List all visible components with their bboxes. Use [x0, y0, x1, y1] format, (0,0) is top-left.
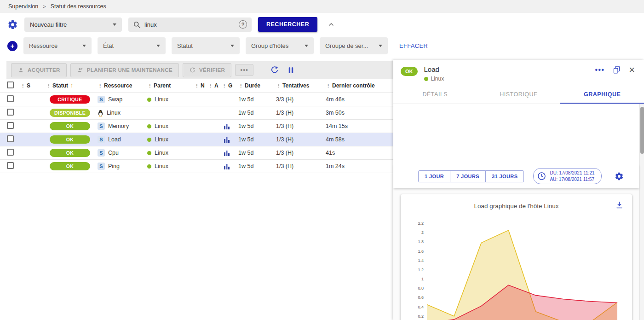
table-row-swap[interactable]: CRITIQUESSwapLinux1w 5d3/3 (H)4m 46s [0, 93, 393, 106]
criteria-chips: RessourceÉtatStatutGroup d'hôtesGroupe d… [23, 37, 388, 54]
breadcrumb-item-statut-des-ressources[interactable]: Statut des ressources [51, 3, 106, 10]
collapse-filters-icon[interactable] [328, 21, 335, 28]
parent-name[interactable]: Linux [155, 163, 168, 169]
graph-settings-gear-icon[interactable] [615, 172, 624, 181]
row-checkbox[interactable] [7, 135, 14, 142]
acknowledge-button[interactable]: ACQUITTER [11, 63, 67, 77]
graph-icon[interactable] [224, 163, 230, 169]
more-actions-icon[interactable]: ••• [235, 64, 253, 76]
parent-name[interactable]: Linux [155, 150, 168, 156]
search-button[interactable]: RECHERCHER [258, 17, 317, 32]
drag-handle-icon[interactable]: ⋮ [20, 83, 25, 89]
drag-handle-icon[interactable]: ⋮ [194, 83, 199, 89]
drag-handle-icon[interactable]: ⋮ [238, 83, 243, 89]
row-checkbox[interactable] [7, 109, 14, 116]
column-header-s[interactable]: ⋮S [20, 82, 46, 89]
column-header-dernier-contr-le[interactable]: ⋮Dernier contrôle [326, 82, 393, 89]
copy-link-icon[interactable] [613, 65, 621, 74]
drag-handle-icon[interactable]: ⋮ [326, 83, 331, 89]
panel-scrollbar[interactable] [639, 104, 644, 320]
table-header: ⋮S⋮Statut↑⋮Ressource⋮Parent⋮N⋮A⋮G⋮Durée⋮… [0, 79, 393, 93]
last-check-cell: 4m 46s [326, 96, 393, 103]
search-input[interactable] [144, 21, 235, 28]
table-row-linux[interactable]: DISPONIBLELinux1w 5d1/3 (H)3m 50s [0, 106, 393, 120]
column-header-n[interactable]: ⋮N [194, 82, 208, 89]
resource-name[interactable]: Ping [108, 163, 120, 169]
host-status-dot [147, 98, 151, 102]
drag-handle-icon[interactable]: ⋮ [147, 83, 152, 89]
resource-name[interactable]: Swap [108, 96, 122, 103]
row-checkbox[interactable] [7, 122, 14, 129]
filters-gear-icon[interactable] [7, 19, 18, 30]
row-checkbox[interactable] [7, 149, 14, 156]
table-row-cpu[interactable]: OKSCpuLinux1w 5d1/3 (H)41s [0, 146, 393, 160]
resources-list: ACQUITTER PLANIFIER UNE MAINTENANCE VÉRI… [0, 60, 393, 320]
parent-name[interactable]: Linux [155, 123, 168, 129]
panel-title: Load [424, 65, 444, 73]
drag-handle-icon[interactable]: ⋮ [98, 83, 103, 89]
clear-filters-link[interactable]: EFFACER [399, 42, 428, 49]
pause-icon[interactable] [287, 66, 295, 75]
panel-more-icon[interactable]: ••• [595, 66, 604, 74]
range-button-1-jour[interactable]: 1 JOUR [418, 170, 450, 182]
column-header-ressource[interactable]: ⋮Ressource [98, 82, 147, 89]
search-icon [133, 21, 141, 29]
select-all-checkbox[interactable] [7, 81, 14, 88]
drag-handle-icon[interactable]: ⋮ [46, 83, 51, 89]
drag-handle-icon[interactable]: ⋮ [208, 83, 213, 89]
resource-name[interactable]: Load [108, 136, 121, 143]
range-button-7-jours[interactable]: 7 JOURS [450, 170, 486, 182]
date-range-picker[interactable]: DU: 17/08/2021 11:21 AU: 17/08/2021 11:5… [533, 168, 601, 184]
drag-handle-icon[interactable]: ⋮ [276, 83, 281, 89]
criteria-dropdown-ressource[interactable]: Ressource [23, 37, 92, 54]
column-header-tentatives[interactable]: ⋮Tentatives [276, 82, 326, 89]
close-icon[interactable]: × [629, 66, 635, 74]
row-checkbox[interactable] [7, 95, 14, 102]
saved-filter-select[interactable]: Nouveau filtre [24, 17, 122, 32]
breadcrumb-item-supervision[interactable]: Supervision [8, 3, 38, 10]
table-row-load[interactable]: OKSLoadLinux1w 5d1/3 (H)4m 58s [0, 133, 393, 146]
panel-parent-name[interactable]: Linux [431, 76, 444, 82]
graph-icon[interactable] [224, 123, 230, 129]
tries-cell: 1/3 (H) [276, 150, 326, 156]
column-header-a[interactable]: ⋮A [208, 82, 222, 89]
table-row-memory[interactable]: OKSMemoryLinux1w 5d1/3 (H)14m 15s [0, 120, 393, 133]
criteria-dropdown-groupe-de-ser[interactable]: Groupe de ser... [320, 37, 388, 54]
graph-icon[interactable] [224, 137, 230, 143]
criteria-dropdown-tat[interactable]: État [98, 37, 166, 54]
graph-icon[interactable] [224, 150, 230, 156]
search-box[interactable]: ? [128, 17, 252, 32]
date-from: DU: 17/08/2021 11:21 [550, 170, 594, 176]
service-icon: S [98, 163, 105, 170]
add-criteria-button[interactable]: + [7, 41, 17, 51]
range-group: 1 JOUR7 JOURS31 JOURS [418, 170, 524, 182]
host-status-dot [147, 124, 151, 128]
chevron-down-icon [230, 45, 234, 47]
resource-name[interactable]: Cpu [108, 150, 119, 156]
row-checkbox[interactable] [7, 162, 14, 169]
chevron-down-icon [379, 45, 382, 47]
resource-name[interactable]: Memory [108, 123, 129, 129]
tab-historique[interactable]: HISTORIQUE [477, 86, 561, 104]
help-icon[interactable]: ? [239, 20, 247, 29]
tab-d-tails[interactable]: DÉTAILS [393, 86, 477, 104]
column-header-statut[interactable]: ⋮Statut↑ [46, 82, 98, 89]
column-header-dur-e[interactable]: ⋮Durée [238, 82, 276, 89]
scrollbar-thumb[interactable] [640, 107, 644, 154]
download-icon[interactable] [615, 201, 624, 209]
table-row-ping[interactable]: OKSPingLinux1w 5d1/3 (H)1m 24s [0, 160, 393, 173]
tab-graphique[interactable]: GRAPHIQUE [560, 86, 644, 104]
parent-name[interactable]: Linux [155, 96, 168, 103]
criteria-dropdown-group-d-h-tes[interactable]: Group d'hôtes [246, 37, 314, 54]
resource-name[interactable]: Linux [107, 110, 121, 116]
criteria-dropdown-statut[interactable]: Statut [172, 37, 240, 54]
drag-handle-icon[interactable]: ⋮ [222, 83, 227, 89]
column-header-g[interactable]: ⋮G [222, 82, 238, 89]
column-header-parent[interactable]: ⋮Parent [147, 82, 194, 89]
check-button[interactable]: VÉRIFIER [183, 63, 231, 77]
refresh-icon[interactable] [270, 65, 279, 75]
parent-name[interactable]: Linux [155, 136, 168, 143]
set-downtime-button[interactable]: PLANIFIER UNE MAINTENANCE [70, 63, 179, 77]
host-status-dot [147, 164, 151, 169]
range-button-31-jours[interactable]: 31 JOURS [485, 170, 524, 182]
